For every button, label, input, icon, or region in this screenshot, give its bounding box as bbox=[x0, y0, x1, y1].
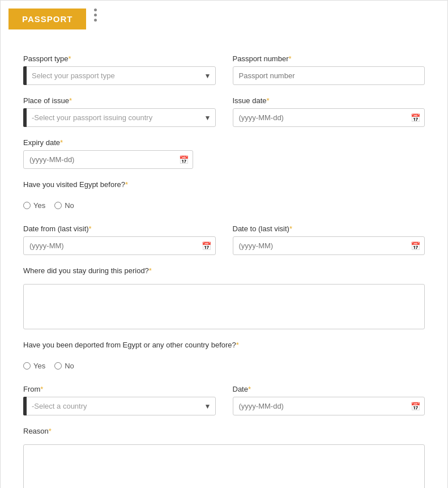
reason-textarea[interactable] bbox=[23, 444, 425, 488]
group-place-of-issue: Place of issue* -Select your passport is… bbox=[23, 96, 216, 127]
group-passport-type: Passport type* Select your passport type… bbox=[23, 54, 216, 85]
group-date-from: Date from (last visit)* 📅 bbox=[23, 224, 216, 255]
form-container: Passport type* Select your passport type… bbox=[1, 41, 447, 488]
deported-no-text: No bbox=[65, 362, 74, 370]
row-from-deport-date: From* -Select a country ▼ Date* 📅 bbox=[23, 385, 425, 415]
expiry-date-input[interactable] bbox=[23, 150, 193, 169]
select-left-bar bbox=[23, 66, 27, 85]
deported-yes-radio[interactable] bbox=[23, 362, 31, 370]
dot-1 bbox=[94, 9, 97, 11]
header-row: PASSPORT bbox=[1, 1, 447, 29]
deport-date-wrapper: 📅 bbox=[233, 397, 425, 415]
deported-yes-text: Yes bbox=[33, 362, 45, 370]
where-stayed-textarea[interactable] bbox=[23, 284, 425, 329]
group-from-country: From* -Select a country ▼ bbox=[23, 385, 216, 415]
date-to-wrapper: 📅 bbox=[233, 236, 425, 255]
row-place-issue-date: Place of issue* -Select your passport is… bbox=[23, 96, 425, 127]
deported-no-label[interactable]: No bbox=[54, 362, 74, 370]
row-date-from-to: Date from (last visit)* 📅 Date to (last … bbox=[23, 224, 425, 255]
label-from-country: From* bbox=[23, 385, 216, 393]
issue-date-input[interactable] bbox=[233, 108, 425, 127]
label-date-to: Date to (last visit)* bbox=[233, 224, 425, 233]
select-wrapper-from-country: -Select a country ▼ bbox=[23, 397, 216, 415]
label-deported: Have you been deported from Egypt or any… bbox=[23, 341, 425, 349]
dot-2 bbox=[94, 14, 97, 16]
visited-egypt-radio-group: Yes No bbox=[23, 201, 425, 213]
header-title: PASSPORT bbox=[22, 14, 72, 24]
label-place-of-issue: Place of issue* bbox=[23, 96, 216, 105]
select-wrapper-place-of-issue: -Select your passport issuing country ▼ bbox=[23, 108, 216, 127]
group-passport-number: Passport number* bbox=[233, 54, 425, 85]
group-issue-date: Issue date* 📅 bbox=[233, 96, 425, 127]
visited-egypt-no-label[interactable]: No bbox=[54, 201, 74, 210]
row-expiry-date: Expiry date* 📅 bbox=[23, 138, 425, 169]
row-deported: Have you been deported from Egypt or any… bbox=[23, 341, 425, 374]
dot-3 bbox=[94, 19, 97, 22]
visited-egypt-yes-label[interactable]: Yes bbox=[23, 201, 45, 210]
deported-no-radio[interactable] bbox=[54, 362, 62, 370]
label-reason: Reason* bbox=[23, 427, 425, 435]
group-deport-date: Date* 📅 bbox=[233, 385, 425, 415]
label-issue-date: Issue date* bbox=[233, 96, 425, 105]
passport-number-input[interactable] bbox=[233, 66, 425, 85]
row-passport-type-number: Passport type* Select your passport type… bbox=[23, 54, 425, 85]
passport-header: PASSPORT bbox=[8, 9, 86, 29]
visited-egypt-yes-radio[interactable] bbox=[23, 202, 31, 209]
deported-yes-label[interactable]: Yes bbox=[23, 362, 45, 370]
from-country-select[interactable]: -Select a country bbox=[23, 397, 216, 415]
deported-radio-group: Yes No bbox=[23, 362, 425, 374]
from-left-bar bbox=[23, 397, 27, 415]
row-where-stayed: Where did you stay during this period?* bbox=[23, 266, 425, 329]
group-expiry-date: Expiry date* 📅 bbox=[23, 138, 193, 169]
label-visited-egypt: Have you visited Egypt before?* bbox=[23, 180, 425, 189]
row-reason: Reason* bbox=[23, 427, 425, 488]
visited-egypt-no-text: No bbox=[65, 201, 74, 210]
label-date-from: Date from (last visit)* bbox=[23, 224, 216, 233]
label-deport-date: Date* bbox=[233, 385, 425, 393]
place-of-issue-select[interactable]: -Select your passport issuing country bbox=[23, 108, 216, 127]
passport-type-select[interactable]: Select your passport type bbox=[23, 66, 216, 85]
dots-menu[interactable] bbox=[94, 9, 97, 22]
label-passport-type: Passport type* bbox=[23, 54, 216, 63]
visited-egypt-no-radio[interactable] bbox=[54, 202, 62, 209]
label-expiry-date: Expiry date* bbox=[23, 138, 193, 147]
label-passport-number: Passport number* bbox=[233, 54, 425, 63]
place-left-bar bbox=[23, 108, 27, 127]
issue-date-wrapper: 📅 bbox=[233, 108, 425, 127]
date-from-wrapper: 📅 bbox=[23, 236, 216, 255]
date-from-input[interactable] bbox=[23, 236, 216, 255]
select-wrapper-passport-type: Select your passport type ▼ bbox=[23, 66, 216, 85]
deport-date-input[interactable] bbox=[233, 397, 425, 415]
visited-egypt-yes-text: Yes bbox=[33, 201, 45, 210]
expiry-date-wrapper: 📅 bbox=[23, 150, 193, 169]
page-wrapper: PASSPORT Passport type* Select your pass… bbox=[0, 0, 448, 488]
label-where-stayed: Where did you stay during this period?* bbox=[23, 266, 425, 275]
date-to-input[interactable] bbox=[233, 236, 425, 255]
group-date-to: Date to (last visit)* 📅 bbox=[233, 224, 425, 255]
row-visited-egypt: Have you visited Egypt before?* Yes No bbox=[23, 180, 425, 213]
